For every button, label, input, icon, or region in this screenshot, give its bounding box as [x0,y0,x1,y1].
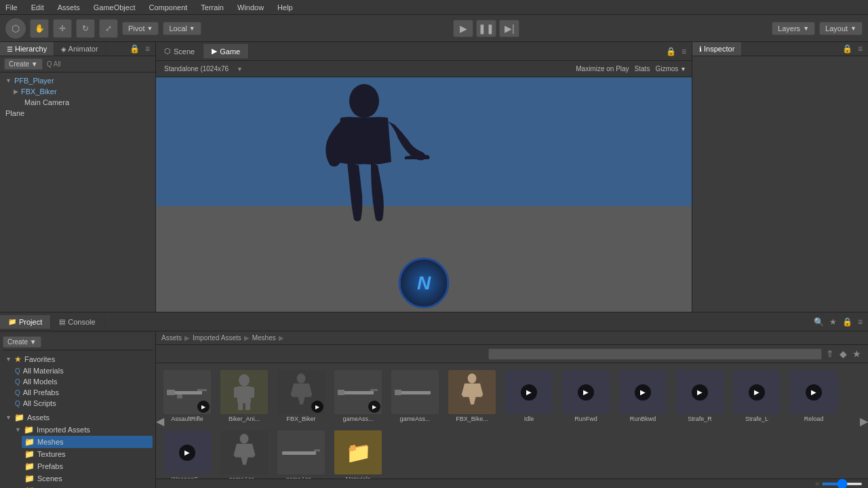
asset-item-gameass2[interactable]: gameAss... [388,367,442,425]
menu-terrain[interactable]: Terrain [198,3,226,12]
asset-item-fbx-biker[interactable]: ▶ FBX_Biker [274,367,328,425]
play-button[interactable]: ▶ [453,20,473,37]
tree-item-pfb-player[interactable]: ▼ PFB_Player [3,75,153,86]
asset-item-fbx-bike[interactable]: FBX_Bike... [445,367,499,425]
meshes-folder[interactable]: 📁 Meshes [22,436,153,448]
asset-item-strafe-l[interactable]: ▶ Strafe_L [730,367,784,425]
asset-item-gameass4[interactable]: gameAss... [274,428,328,479]
asset-item-gameass1[interactable]: ▶ gameAss... [331,367,385,425]
breadcrumb-meshes[interactable]: Meshes [252,334,276,342]
breadcrumb-imported-assets[interactable]: Imported Assets [193,334,241,342]
play-center-idle[interactable]: ▶ [521,384,537,401]
stats-btn[interactable]: Stats [635,65,650,73]
hand-tool-btn[interactable]: ✋ [30,19,49,38]
scale-tool-btn[interactable]: ⤢ [99,19,118,38]
scenes-folder[interactable]: 📁 Scenes [22,472,153,485]
asset-item-assaultrifle[interactable]: ▶ AssaultRifle [160,367,214,425]
play-center-strafer[interactable]: ▶ [692,384,708,401]
favorites-header[interactable]: ▼ ★ Favorites [3,353,153,365]
project-star-icon[interactable]: ★ [828,316,838,328]
all-filter[interactable]: Q All [47,60,61,68]
layers-dropdown[interactable]: Layers ▼ [772,22,815,35]
standalone-label[interactable]: Standalone (1024x76 [161,64,231,73]
menu-component[interactable]: Component [146,3,190,12]
asset-nav-icon1[interactable]: ⇑ [825,347,835,361]
gizmos-btn[interactable]: Gizmos ▼ [655,65,686,73]
all-scripts-item[interactable]: Q All Scripts [12,398,153,409]
textures-folder[interactable]: 📁 Textures [22,448,153,460]
asset-item-reload[interactable]: ▶ Reload [787,367,841,425]
project-scrollbar[interactable]: ○ [156,479,868,488]
project-search-icon[interactable]: 🔍 [812,316,825,328]
asset-nav-icon2[interactable]: ◆ [838,347,848,361]
menu-gameobject[interactable]: GameObject [91,3,138,12]
scroll-left-btn[interactable]: ◀ [156,415,164,428]
asset-item-biker-ani[interactable]: Biker_Ani... [217,367,271,425]
asset-item-gameass3[interactable]: gameAss... [217,428,271,479]
scene-lock-icon[interactable]: 🔒 [665,45,677,58]
scripts-folder[interactable]: 📁 Scripts [22,485,153,488]
menu-file[interactable]: File [3,3,20,12]
create-hierarchy-btn[interactable]: Create ▼ [4,58,43,70]
pivot-btn[interactable]: Pivot ▼ [122,22,159,35]
tab-hierarchy[interactable]: ☰ Hierarchy [0,42,54,56]
imported-assets-folder[interactable]: ▼ 📁 Imported Assets [12,424,153,436]
menu-window[interactable]: Window [235,3,267,12]
rotate-tool-btn[interactable]: ↻ [76,19,95,38]
plane-label: Plane [5,109,24,117]
asset-item-strafe-r[interactable]: ▶ Strafe_R [673,367,727,425]
size-slider[interactable]: ○ [815,480,863,487]
project-more-icon[interactable]: ≡ [856,316,864,328]
tree-item-fbx-biker[interactable]: ▶ FBX_Biker [3,86,153,97]
search-input[interactable] [488,348,822,360]
game-viewport[interactable]: N [156,77,692,312]
assets-header[interactable]: ▼ 📁 Assets [3,411,153,424]
tab-inspector[interactable]: ℹ Inspector [692,42,742,56]
more-icon[interactable]: ≡ [144,43,151,55]
tree-item-main-camera[interactable]: Main Camera [3,97,153,108]
inspector-more-icon[interactable]: ≡ [856,43,864,55]
move-tool-btn[interactable]: ✛ [53,19,72,38]
tab-project[interactable]: 📁 Project [0,315,51,329]
tab-scene[interactable]: ⬡ Scene [156,44,203,58]
menu-help[interactable]: Help [275,3,296,12]
menu-assets[interactable]: Assets [55,3,83,12]
play-overlay-4[interactable]: ▶ [368,401,380,413]
play-overlay-3[interactable]: ▶ [311,401,323,413]
play-center-strafel[interactable]: ▶ [749,384,765,401]
play-center-runfwd[interactable]: ▶ [578,384,594,401]
inspector-lock-icon[interactable]: 🔒 [841,43,854,55]
play-overlay-1[interactable]: ▶ [197,401,210,413]
layout-dropdown[interactable]: Layout ▼ [819,22,863,35]
asset-star-icon[interactable]: ★ [851,347,863,361]
breadcrumb-assets[interactable]: Assets [161,334,182,342]
maximize-on-play-btn[interactable]: Maximize on Play [576,65,629,73]
play-center-reload[interactable]: ▶ [806,384,822,401]
step-button[interactable]: ▶| [499,20,519,37]
scene-more-icon[interactable]: ≡ [680,45,688,58]
asset-item-idle[interactable]: ▶ Idle [502,367,556,425]
pause-button[interactable]: ❚❚ [476,20,496,37]
unity-logo-btn[interactable]: ⬡ [5,18,26,39]
all-materials-item[interactable]: Q All Materials [12,365,153,376]
zoom-slider[interactable] [822,483,863,485]
asset-item-runfwd[interactable]: ▶ RunFwd [559,367,613,425]
menu-edit[interactable]: Edit [28,3,47,12]
asset-item-weapons[interactable]: ▶ WeaponS... [160,428,214,479]
local-btn[interactable]: Local ▼ [163,22,201,35]
prefabs-folder[interactable]: 📁 Prefabs [22,460,153,472]
create-project-btn[interactable]: Create ▼ [3,336,41,348]
play-center-weapons[interactable]: ▶ [179,445,195,461]
tab-animator[interactable]: ◈ Animator [54,42,105,56]
play-center-runbkwd[interactable]: ▶ [635,384,651,401]
asset-item-materials[interactable]: 📁 Materials [331,428,385,479]
tab-console[interactable]: ▤ Console [51,315,104,329]
asset-item-runbkwd[interactable]: ▶ RunBkwd [616,367,670,425]
lock-icon[interactable]: 🔒 [128,43,141,55]
all-prefabs-item[interactable]: Q All Prefabs [12,387,153,398]
tree-item-plane[interactable]: Plane [3,108,153,119]
scroll-right-btn[interactable]: ▶ [860,415,868,428]
tab-game[interactable]: ▶ Game [203,44,249,58]
project-lock-icon[interactable]: 🔒 [841,316,854,328]
all-models-item[interactable]: Q All Models [12,376,153,387]
